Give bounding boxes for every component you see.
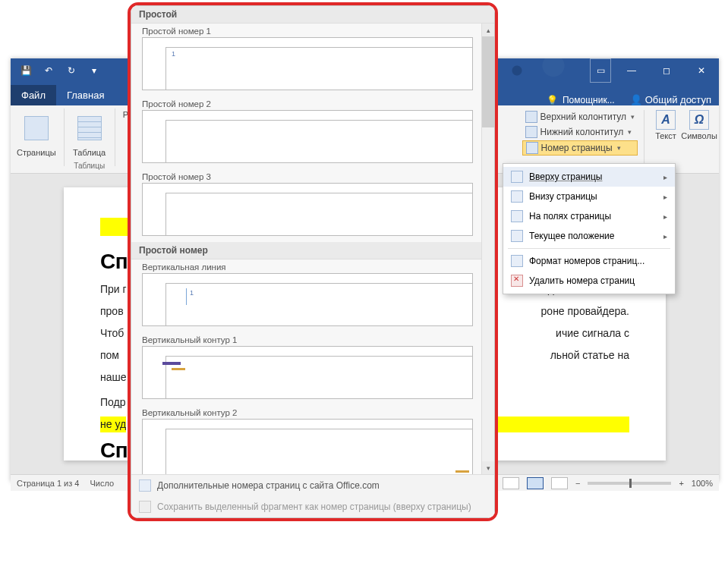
scroll-thumb[interactable] [482,36,494,127]
page-top-icon [511,171,523,183]
para-highlight [477,417,629,432]
zoom-level[interactable]: 100% [692,479,713,488]
current-pos-icon [511,230,523,242]
submenu-label: Формат номеров страниц... [529,256,644,266]
submenu-top-of-page[interactable]: Вверху страницы▸ [503,167,675,187]
page-margins-icon [511,210,523,222]
tab-home[interactable]: Главная [56,85,115,105]
header-button[interactable]: Верхний колонтитул [522,110,638,124]
zoom-slider[interactable] [588,482,671,485]
submenu-page-margins[interactable]: На полях страницы▸ [503,206,675,226]
gallery-item-simple-3[interactable] [142,183,473,236]
gallery-category-plain: Простой номер [131,242,484,259]
submenu-label: Вверху страницы [529,171,602,182]
save-selection-icon [139,501,151,513]
tables-group-label: Таблицы [74,162,105,170]
gallery-footer-label: Сохранить выделенный фрагмент как номер … [157,501,471,512]
ribbon-display-icon[interactable]: ▭ [590,58,611,83]
scroll-up-icon[interactable]: ▴ [482,24,494,36]
para-frag: роне провайдера. [541,303,629,319]
gallery-item-vertical-line[interactable]: 1 [142,273,473,326]
status-page[interactable]: Страница 1 из 4 [17,479,79,488]
table-button[interactable] [72,110,107,146]
view-print-icon[interactable] [527,477,544,489]
tables-group: Таблица Таблицы [71,108,109,171]
view-web-icon[interactable] [551,477,568,489]
gallery-item-label: Вертикальный контур 2 [136,405,479,419]
text-button[interactable]: A Текст [651,110,681,140]
page-number-icon [526,142,538,154]
text-icon: A [656,110,676,130]
symbols-button[interactable]: Ω Символы [684,110,714,140]
gallery-scrollbar[interactable]: ▴ ▾ [481,24,494,474]
gallery-item-label: Простой номер 3 [136,169,479,183]
footer-button[interactable]: Нижний колонтитул [522,125,638,139]
table-label: Таблица [73,148,106,157]
pages-label: Страницы [17,148,56,157]
minimize-icon[interactable]: — [614,58,649,83]
table-icon [77,116,102,140]
zoom-in-icon[interactable]: + [679,479,683,488]
quick-access-toolbar: 💾 ↶ ↻ ▾ [11,61,109,80]
remove-icon [511,275,523,287]
scroll-down-icon[interactable]: ▾ [482,461,494,474]
lightbulb-icon: 💡 [547,95,558,105]
submenu-remove-numbers[interactable]: Удалить номера страниц [503,271,675,291]
pages-button[interactable] [19,110,54,146]
submenu-bottom-of-page[interactable]: Внизу страницы▸ [503,187,675,206]
heading-left: Сп [100,250,128,274]
gallery-item-vertical-contour-2[interactable] [142,419,473,474]
page-icon [24,116,49,140]
close-icon[interactable]: ✕ [684,58,719,83]
gallery-save-selection: Сохранить выделенный фрагмент как номер … [131,496,494,517]
gallery-item-simple-2[interactable] [142,110,473,163]
pages-group: Страницы [15,108,58,159]
submenu-label: Внизу страницы [529,191,597,202]
tell-me[interactable]: 💡 Помощник... [539,95,622,105]
symbols-icon: Ω [689,110,709,130]
view-read-icon[interactable] [503,477,519,489]
header-icon [525,111,537,123]
gallery-more-office[interactable]: Дополнительные номера страниц с сайта Of… [131,475,494,496]
para-highlight: не уд [100,417,126,432]
footer-label: Нижний колонтитул [540,127,624,137]
person-icon: 👤 [630,94,642,105]
undo-icon[interactable]: ↶ [38,61,59,80]
para-frag: ичие сигнала с [556,325,629,341]
title-decoration [499,58,590,83]
para-frag: Подр [100,396,126,408]
save-icon[interactable]: 💾 [15,61,36,80]
page-bottom-icon [511,190,523,203]
para-frag: При г [100,281,127,297]
qat-customize-icon[interactable]: ▾ [84,61,105,80]
maximize-icon[interactable]: ◻ [649,58,684,83]
share-label: Общий доступ [645,94,711,105]
page-number-submenu: Вверху страницы▸ Внизу страницы▸ На поля… [503,163,676,294]
share-button[interactable]: 👤 Общий доступ [622,94,719,105]
tab-file[interactable]: Файл [11,85,56,105]
redo-icon[interactable]: ↻ [61,61,82,80]
symbols-label: Символы [681,131,717,140]
submenu-current-position[interactable]: Текущее положение▸ [503,226,675,246]
status-words[interactable]: Число [90,479,114,488]
gallery-category-simple: Простой [131,6,494,24]
gallery-item-vertical-contour-1[interactable] [142,346,473,399]
tell-me-label: Помощник... [563,95,615,105]
para-frag: наше [100,371,127,383]
submenu-label: На полях страницы [529,211,611,222]
page-number-button[interactable]: Номер страницы [522,140,638,156]
submenu-label: Удалить номера страниц [529,275,635,286]
submenu-format-numbers[interactable]: Формат номеров страниц... [503,251,675,271]
format-icon [511,255,523,267]
gallery-item-simple-1[interactable]: 1 [142,37,473,90]
zoom-out-icon[interactable]: − [575,479,580,488]
text-label: Текст [655,131,676,140]
gallery-footer-label: Дополнительные номера страниц с сайта Of… [157,480,380,491]
para-frag: Чтоб [100,325,124,341]
page-number-label: Номер страницы [541,143,613,153]
page-number-gallery: Простой Простой номер 1 1 Простой номер … [128,2,498,521]
gallery-item-label: Вертикальный контур 1 [136,332,479,346]
header-footer-group: Верхний колонтитул Нижний колонтитул Ном… [522,108,714,168]
submenu-label: Текущее положение [529,231,614,241]
gallery-item-label: Вертикальная линия [136,259,479,273]
